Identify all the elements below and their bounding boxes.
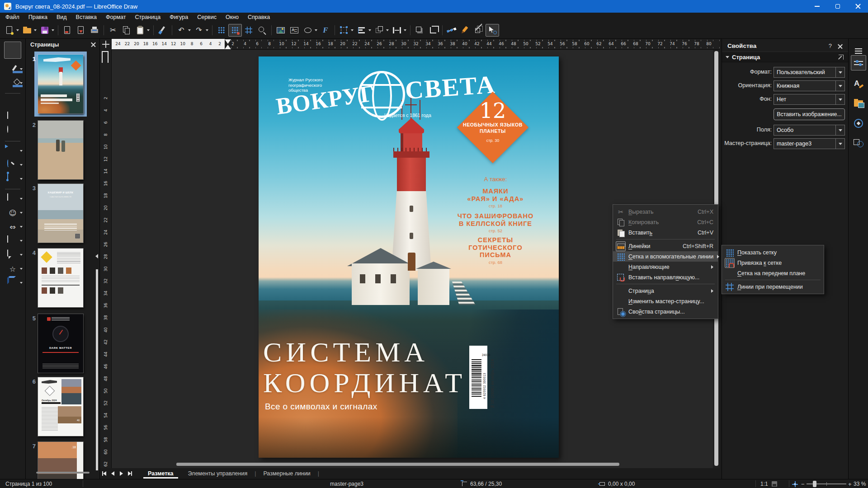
menu-Окно[interactable]: Окно <box>221 13 243 21</box>
3d-objects-tool[interactable] <box>1 276 24 290</box>
pages-panel-hscrollbar[interactable] <box>36 472 90 474</box>
menu-Правка[interactable]: Правка <box>24 13 52 21</box>
previous-page-button[interactable] <box>108 469 117 478</box>
snap-to-grid-button[interactable] <box>228 24 242 37</box>
sidebar-tab-navigator[interactable] <box>851 116 866 131</box>
panel-collapse-handle[interactable] <box>95 251 100 261</box>
menu-item-вставить-направляющую-[interactable]: Вставить направляющую... <box>613 272 718 282</box>
curves-polygons-tool[interactable] <box>1 158 24 172</box>
edit-points-button[interactable] <box>445 24 458 37</box>
insert-text-box-button[interactable] <box>288 24 301 37</box>
menu-item-изменить-мастер-страницу-[interactable]: Изменить мастер-страницу... <box>613 296 718 306</box>
ruler-origin-button[interactable] <box>100 39 112 50</box>
dialog-launcher-icon[interactable] <box>839 55 844 60</box>
page-thumbnail-3[interactable]: КАШЕМИР И ШЕЛКСЧАСТЬЕ БЫТЬ ВМЕСТЕ <box>38 184 83 243</box>
insert-image-button[interactable] <box>274 24 288 37</box>
page-thumbnail-2[interactable] <box>38 121 83 179</box>
page-section-header[interactable]: Страница <box>722 52 848 62</box>
dropdown-caret-icon[interactable] <box>20 282 23 284</box>
dropdown-caret-icon[interactable] <box>315 29 317 31</box>
helplines-while-moving-button[interactable] <box>242 24 255 37</box>
dropdown-caret-icon[interactable] <box>20 226 23 228</box>
callouts-tool[interactable] <box>1 248 24 262</box>
shadow-button[interactable] <box>413 24 426 37</box>
redo-button[interactable]: ↷ <box>192 24 210 37</box>
menu-item-вставить[interactable]: ВставитьCtrl+V <box>613 227 718 238</box>
menu-Справка[interactable]: Справка <box>243 13 274 21</box>
fontwork-button[interactable] <box>319 24 332 37</box>
chevron-down-icon[interactable] <box>835 139 844 149</box>
margins-dropdown[interactable]: Особо <box>774 125 845 136</box>
pages-panel-close-icon[interactable] <box>91 42 96 47</box>
master-page-dropdown[interactable]: master-page3 <box>774 138 845 149</box>
dropdown-caret-icon[interactable] <box>20 254 23 256</box>
close-button[interactable] <box>848 0 868 13</box>
arrange-button[interactable] <box>373 24 390 37</box>
page-thumbnail-1[interactable] <box>38 55 83 113</box>
sidebar-tab-gallery[interactable] <box>851 96 866 111</box>
ellipse-t-tool[interactable] <box>1 124 24 138</box>
menu-item-линейки[interactable]: ЛинейкиCtrl+Shift+R <box>613 241 718 251</box>
export-button[interactable] <box>74 24 88 37</box>
display-grid-button[interactable] <box>215 24 228 37</box>
cut-button[interactable]: ✂ <box>106 24 120 37</box>
distribute-button[interactable] <box>390 24 408 37</box>
dropdown-caret-icon[interactable] <box>20 212 23 214</box>
fill-color-tool[interactable] <box>1 76 24 90</box>
toggle-extrusion-button[interactable] <box>472 24 486 37</box>
align-objects-button[interactable] <box>355 24 373 37</box>
menu-item-сетка-на-переднем-плане[interactable]: Сетка на переднем плане <box>722 268 824 278</box>
sidebar-tab-character[interactable] <box>851 76 866 91</box>
zoom-out-button[interactable]: − <box>801 481 805 488</box>
export-pdf-button[interactable] <box>61 24 74 37</box>
maximize-button[interactable] <box>827 0 848 13</box>
insert-line-tool[interactable] <box>1 96 24 110</box>
dropdown-caret-icon[interactable] <box>34 29 37 31</box>
sidebar-tab-properties[interactable] <box>851 55 866 70</box>
menu-item-показать-сетку[interactable]: Показать сетку <box>722 247 824 258</box>
dropdown-caret-icon[interactable] <box>368 29 371 31</box>
undo-button[interactable]: ↶ <box>175 24 192 37</box>
dropdown-caret-icon[interactable] <box>52 29 54 31</box>
lines-arrows-tool[interactable] <box>1 144 24 158</box>
print-button[interactable] <box>88 24 101 37</box>
menu-item-направляющие[interactable]: Направляющие <box>613 262 718 272</box>
layer-tab-layout[interactable]: Разметка <box>141 468 181 479</box>
zoom-slider-thumb[interactable] <box>813 481 816 487</box>
chevron-down-icon[interactable] <box>835 94 844 104</box>
menu-Страница[interactable]: Страница <box>130 13 165 21</box>
last-page-button[interactable] <box>126 469 134 478</box>
dropdown-caret-icon[interactable] <box>206 29 208 31</box>
ellipse-button[interactable] <box>301 24 319 37</box>
dropdown-caret-icon[interactable] <box>20 150 23 152</box>
menu-item-свойства-страницы-[interactable]: Свойства страницы... <box>613 306 718 317</box>
page-thumbnail-6[interactable]: Октябрь 202440 <box>38 377 83 436</box>
dropdown-caret-icon[interactable] <box>20 240 23 242</box>
menu-Вставка[interactable]: Вставка <box>71 13 101 21</box>
dropdown-caret-icon[interactable] <box>20 164 23 166</box>
chevron-down-icon[interactable] <box>835 81 844 91</box>
menu-Сервис[interactable]: Сервис <box>193 13 221 21</box>
page-thumbnail-4[interactable] <box>38 249 83 307</box>
menu-item-страница[interactable]: Страница <box>613 286 718 296</box>
menu-Формат[interactable]: Формат <box>101 13 130 21</box>
dropdown-caret-icon[interactable] <box>20 268 23 270</box>
first-page-button[interactable] <box>100 469 108 478</box>
rectangle-tool[interactable] <box>1 110 24 124</box>
page-thumbnail-5[interactable]: DARK MATTER <box>38 314 83 373</box>
dropdown-caret-icon[interactable] <box>16 29 19 31</box>
copy-button[interactable] <box>120 24 133 37</box>
menu-Файл[interactable]: Файл <box>1 13 24 21</box>
background-dropdown[interactable]: Нет <box>774 94 845 105</box>
save-button[interactable] <box>38 24 56 37</box>
sidebar-tab-shapes[interactable] <box>851 136 866 151</box>
format-dropdown[interactable]: Пользовательский <box>774 67 845 78</box>
dropdown-caret-icon[interactable] <box>20 68 23 70</box>
dropdown-caret-icon[interactable] <box>147 29 150 31</box>
minimize-button[interactable] <box>807 0 827 13</box>
layer-tab-measure[interactable]: Размерные линии <box>256 468 317 479</box>
connectors-tool[interactable] <box>1 172 24 186</box>
dropdown-caret-icon[interactable] <box>386 29 389 31</box>
flowchart-tool[interactable] <box>1 234 24 248</box>
menu-Вид[interactable]: Вид <box>52 13 71 21</box>
